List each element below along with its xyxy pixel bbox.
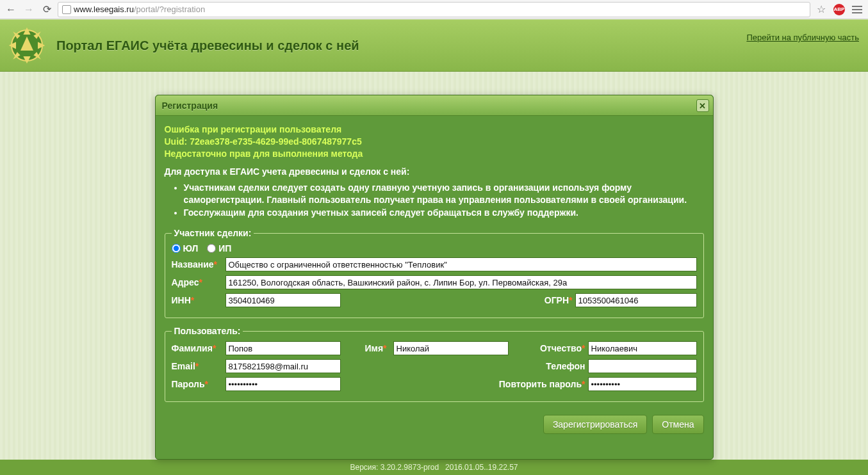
- inn-input[interactable]: [225, 293, 341, 307]
- back-button[interactable]: ←: [4, 3, 18, 17]
- intro-list: Участникам сделки следует создать одну г…: [184, 182, 704, 220]
- browser-chrome: ← → ⟳ www.lesegais.ru/portal/?registrati…: [0, 0, 868, 19]
- user-fieldset: Пользователь: Фамилия* Имя* Отчество* Em…: [165, 326, 704, 402]
- password-input[interactable]: [225, 377, 341, 391]
- modal-title: Регистрация: [162, 101, 218, 111]
- ogrn-input[interactable]: [575, 293, 697, 307]
- participant-legend: Участник сделки:: [172, 228, 254, 238]
- modal-close-button[interactable]: ✕: [696, 99, 709, 112]
- user-legend: Пользователь:: [172, 326, 243, 336]
- radio-individual-entrepreneur[interactable]: ИП: [207, 243, 231, 254]
- site-logo-icon: [6, 25, 47, 66]
- error-message: Ошибка при регистрации пользователя Uuid…: [165, 124, 704, 160]
- browser-menu-button[interactable]: [850, 3, 864, 17]
- forward-button[interactable]: →: [22, 3, 36, 17]
- modal-header: Регистрация ✕: [156, 95, 713, 116]
- lastname-input[interactable]: [225, 341, 341, 355]
- address-bar[interactable]: www.lesegais.ru/portal/?registration: [58, 2, 810, 17]
- site-title: Портал ЕГАИС учёта древесины и сделок с …: [56, 38, 359, 53]
- company-name-input[interactable]: [225, 257, 697, 271]
- cancel-button[interactable]: Отмена: [652, 415, 703, 434]
- content-area: Регистрация ✕ Ошибка при регистрации пол…: [0, 72, 868, 460]
- address-input[interactable]: [225, 275, 697, 289]
- patronymic-input[interactable]: [588, 341, 697, 355]
- radio-legal-entity[interactable]: ЮЛ: [172, 243, 199, 254]
- firstname-input[interactable]: [393, 341, 509, 355]
- password-repeat-input[interactable]: [588, 377, 697, 391]
- radio-ip-input[interactable]: [207, 244, 216, 253]
- bookmark-star-icon[interactable]: ☆: [814, 3, 828, 17]
- intro-text: Для доступа к ЕГАИС учета древесины и сд…: [165, 166, 704, 177]
- public-portal-link[interactable]: Перейти на публичную часть: [746, 33, 859, 42]
- abp-extension-icon[interactable]: ABP: [832, 3, 846, 17]
- reload-button[interactable]: ⟳: [40, 3, 54, 17]
- footer-version: Версия: 3.20.2.9873-prod: [350, 463, 439, 472]
- modal-actions: Зарегистрироваться Отмена: [165, 415, 704, 434]
- intro-bullet: Госслужащим для создания учетных записей…: [184, 207, 704, 219]
- radio-legal-entity-input[interactable]: [172, 244, 181, 253]
- site-footer: Версия: 3.20.2.9873-prod 2016.01.05..19.…: [0, 460, 868, 475]
- close-icon: ✕: [699, 101, 706, 111]
- register-button[interactable]: Зарегистрироваться: [543, 415, 647, 434]
- email-input[interactable]: [225, 359, 341, 373]
- site-header: Портал ЕГАИС учёта древесины и сделок с …: [0, 19, 868, 72]
- phone-input[interactable]: [588, 359, 697, 373]
- intro-bullet: Участникам сделки следует создать одну г…: [184, 182, 704, 206]
- url-text: www.lesegais.ru/portal/?registration: [74, 4, 205, 14]
- footer-build: 2016.01.05..19.22.57: [445, 463, 518, 472]
- participant-fieldset: Участник сделки: ЮЛ ИП Название*: [165, 228, 704, 318]
- registration-modal: Регистрация ✕ Ошибка при регистрации пол…: [155, 95, 714, 460]
- page-icon: [62, 5, 71, 14]
